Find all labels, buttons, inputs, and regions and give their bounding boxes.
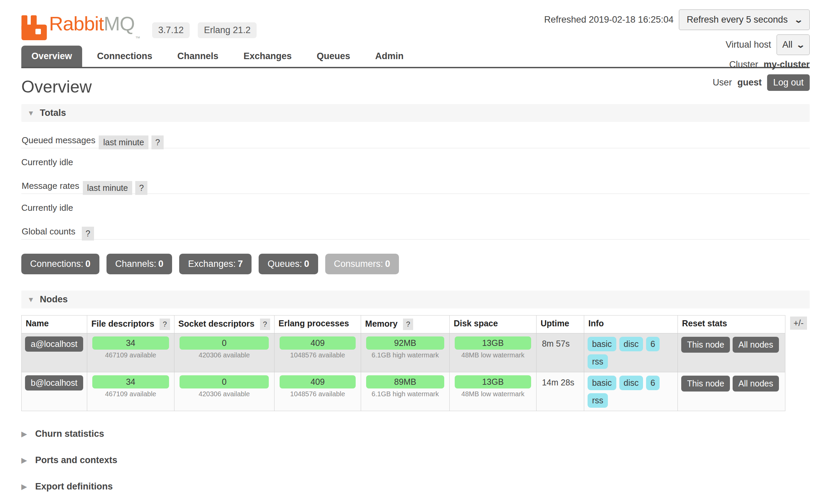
reset-stats-cell: This nodeAll nodes (678, 372, 785, 411)
cluster-label: Cluster (729, 59, 758, 70)
socket-descriptors-cell: 0 420306 available (174, 372, 274, 411)
expand-triangle-icon: ▶ (21, 430, 27, 438)
rabbitmq-version-badge: 3.7.12 (152, 22, 190, 38)
consumers-counter-value: 0 (385, 259, 390, 269)
info-badge-cores: 6 (646, 376, 660, 390)
help-icon[interactable]: ? (151, 135, 164, 149)
brand-mq-text: MQ (104, 12, 135, 34)
metric-sub: 1048576 available (278, 351, 357, 359)
virtual-host-select[interactable]: All ⌄ (777, 34, 810, 55)
connections-counter[interactable]: Connections:0 (21, 254, 99, 274)
global-counts-label: Global counts (22, 226, 75, 236)
reset-this-node-button[interactable]: This node (681, 376, 730, 392)
tab-connections[interactable]: Connections (87, 46, 163, 67)
trademark-symbol: ™ (135, 35, 140, 41)
metric-bar: 409 (280, 375, 356, 388)
col-erlang-processes: Erlang processes (274, 316, 361, 333)
cluster-row: Cluster my-cluster (729, 59, 810, 70)
disk-space-cell: 13GB 48MB low watermark (449, 333, 536, 372)
header-controls: Refreshed 2019-02-18 16:25:04 Refresh ev… (544, 9, 810, 91)
uptime-cell: 8m 57s (536, 333, 584, 372)
file-descriptors-cell: 34 467109 available (87, 333, 174, 372)
virtual-host-value: All (782, 40, 792, 50)
queued-messages-label: Queued messages (22, 135, 95, 145)
chevron-down-icon: ⌄ (796, 40, 805, 50)
brand-wordmark: RabbitMQ™ (49, 12, 140, 41)
channels-counter-value: 0 (158, 259, 163, 269)
metric-bar: 34 (92, 336, 169, 350)
export-definitions-section[interactable]: ▶ Export definitions (21, 481, 810, 492)
help-icon[interactable]: ? (82, 227, 94, 241)
exchanges-counter-label: Exchanges: (188, 259, 236, 269)
tab-channels[interactable]: Channels (167, 46, 229, 67)
metric-sub: 467109 available (91, 351, 170, 359)
help-icon[interactable]: ? (260, 319, 270, 330)
tab-admin[interactable]: Admin (365, 46, 414, 67)
metric-bar: 89MB (366, 375, 444, 388)
churn-statistics-section[interactable]: ▶ Churn statistics (21, 429, 810, 439)
node-row-b: b@localhost 34 467109 available 0 420306… (22, 372, 785, 411)
metric-bar: 0 (180, 375, 269, 388)
totals-section-header[interactable]: ▼ Totals (21, 104, 810, 122)
refresh-interval-select[interactable]: Refresh every 5 seconds ⌄ (679, 9, 810, 30)
channels-counter[interactable]: Channels:0 (106, 254, 172, 274)
collapsed-sections: ▶ Churn statistics ▶ Ports and contexts … (21, 429, 810, 504)
expand-triangle-icon: ▶ (21, 482, 27, 491)
ports-and-contexts-section[interactable]: ▶ Ports and contexts (21, 455, 810, 465)
column-toggle-button[interactable]: +/- (790, 317, 807, 330)
help-icon[interactable]: ? (160, 319, 170, 330)
nodes-table-wrap: Name File descriptors ? Socket descripto… (21, 315, 810, 411)
tab-overview[interactable]: Overview (21, 46, 82, 67)
nodes-section-header[interactable]: ▼ Nodes (21, 291, 810, 308)
queues-counter-value: 0 (304, 259, 309, 269)
page-header: RabbitMQ™ 3.7.12 Erlang 21.2 Refreshed 2… (21, 0, 810, 41)
queues-counter-label: Queues: (267, 259, 302, 269)
reset-stats-cell: This nodeAll nodes (678, 333, 785, 372)
reset-all-nodes-button[interactable]: All nodes (733, 337, 779, 353)
refresh-interval-value: Refresh every 5 seconds (687, 15, 788, 25)
message-rates-label: Message rates (22, 181, 79, 191)
info-badge-basic: basic (588, 376, 616, 390)
refresh-row: Refreshed 2019-02-18 16:25:04 Refresh ev… (544, 9, 810, 30)
brand-rabbit-text: Rabbit (49, 12, 104, 34)
reset-this-node-button[interactable]: This node (681, 337, 730, 353)
tab-queues[interactable]: Queues (307, 46, 360, 67)
rabbitmq-logo[interactable]: RabbitMQ™ (21, 12, 140, 41)
uptime-cell: 14m 28s (536, 372, 584, 411)
totals-section-title: Totals (40, 108, 66, 118)
rabbitmq-overview-page: RabbitMQ™ 3.7.12 Erlang 21.2 Refreshed 2… (0, 0, 831, 504)
connections-counter-label: Connections: (30, 259, 84, 269)
chevron-down-icon: ⌄ (794, 15, 803, 25)
tab-exchanges[interactable]: Exchanges (233, 46, 302, 67)
help-icon[interactable]: ? (135, 181, 147, 195)
collapse-triangle-icon: ▼ (27, 296, 34, 304)
info-badge-disc: disc (619, 376, 643, 390)
reset-all-nodes-button[interactable]: All nodes (733, 376, 779, 392)
socket-descriptors-cell: 0 420306 available (174, 333, 274, 372)
help-icon[interactable]: ? (403, 319, 413, 330)
consumers-counter-label: Consumers: (334, 259, 383, 269)
connections-counter-value: 0 (86, 259, 91, 269)
file-descriptors-cell: 34 467109 available (87, 372, 174, 411)
info-cell: basic disc 6 rss (584, 333, 678, 372)
expand-triangle-icon: ▶ (21, 456, 27, 465)
version-badges: 3.7.12 Erlang 21.2 (152, 22, 257, 38)
node-row-a: a@localhost 34 467109 available 0 420306… (22, 333, 785, 372)
metric-sub: 48MB low watermark (453, 351, 533, 359)
queues-counter[interactable]: Queues:0 (259, 254, 318, 274)
channels-counter-label: Channels: (115, 259, 157, 269)
exchanges-counter[interactable]: Exchanges:7 (179, 254, 252, 274)
user-name: guest (737, 77, 762, 88)
refreshed-timestamp: Refreshed 2019-02-18 16:25:04 (544, 15, 673, 25)
node-name-cell: b@localhost (22, 372, 87, 411)
queued-messages-row: Queued messageslast minute? (21, 133, 810, 148)
metric-sub: 1048576 available (278, 390, 357, 398)
disk-space-cell: 13GB 48MB low watermark (449, 372, 536, 411)
exchanges-counter-value: 7 (238, 259, 243, 269)
nodes-section-title: Nodes (40, 294, 68, 305)
global-counts-row: Global counts? (21, 225, 810, 240)
logout-button[interactable]: Log out (767, 74, 810, 91)
last-minute-tag: last minute (99, 135, 148, 149)
consumers-counter: Consumers:0 (325, 254, 399, 274)
virtual-host-label: Virtual host (726, 40, 771, 50)
